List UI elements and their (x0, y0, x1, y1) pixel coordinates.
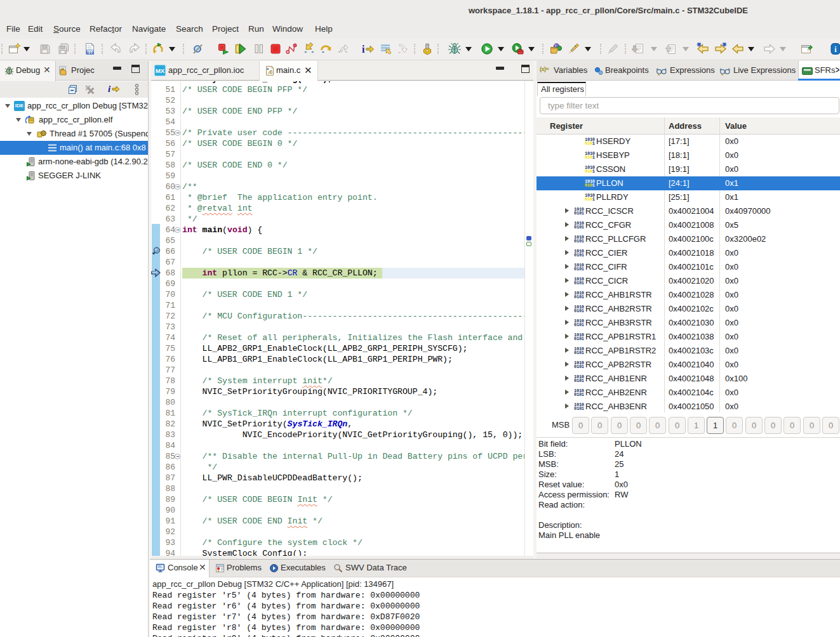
svg-text:0101: 0101 (574, 350, 584, 355)
svg-text:0101: 0101 (574, 322, 584, 327)
svg-text:0101: 0101 (574, 239, 584, 243)
svg-text:0101: 0101 (574, 225, 584, 229)
svg-text:0101: 0101 (585, 183, 595, 187)
svg-text:0101: 0101 (574, 406, 584, 410)
svg-text:0101: 0101 (585, 197, 595, 201)
svg-text:0101: 0101 (585, 155, 595, 159)
svg-text:0101: 0101 (574, 364, 584, 369)
svg-text:0101: 0101 (585, 169, 595, 173)
svg-text:0101: 0101 (574, 378, 584, 383)
svg-text:MX: MX (156, 67, 165, 74)
svg-text:0101: 0101 (574, 294, 584, 299)
svg-text:0101: 0101 (574, 266, 584, 271)
svg-text:010: 010 (87, 51, 94, 55)
svg-text:.c: .c (268, 69, 273, 75)
svg-text:0101: 0101 (574, 392, 584, 397)
svg-text:0101: 0101 (585, 141, 595, 145)
svg-text:0101: 0101 (574, 253, 584, 257)
svg-text:0101: 0101 (574, 211, 584, 215)
svg-text:0101: 0101 (574, 308, 584, 313)
svg-text:0101: 0101 (574, 280, 584, 285)
svg-text:0101: 0101 (574, 336, 584, 341)
